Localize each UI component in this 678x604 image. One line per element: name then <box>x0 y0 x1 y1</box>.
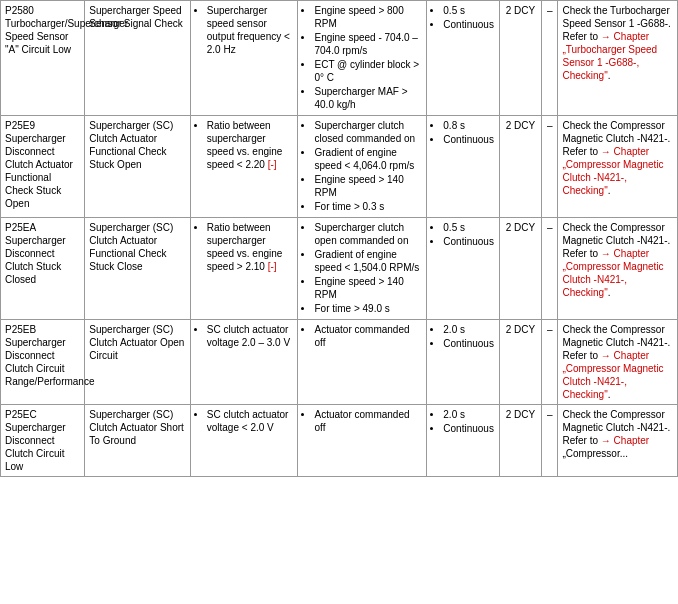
dtc-cell: P25EASupercharger Disconnect Clutch Stuc… <box>1 218 85 320</box>
dash-cell: – <box>542 1 558 116</box>
mil-cell: 0.5 sContinuous <box>427 1 500 116</box>
mil-cell: 0.5 sContinuous <box>427 218 500 320</box>
dash-cell: – <box>542 116 558 218</box>
mil-cell: 0.8 sContinuous <box>427 116 500 218</box>
dcy-cell: 2 DCY <box>499 218 541 320</box>
action-cell: Check the Compressor Magnetic Clutch -N4… <box>558 405 678 477</box>
dcy-cell: 2 DCY <box>499 116 541 218</box>
dtc-cell: P25EBSupercharger Disconnect Clutch Circ… <box>1 320 85 405</box>
action-cell: Check the Turbocharger Speed Sensor 1 -G… <box>558 1 678 116</box>
mil-cell: 2.0 sContinuous <box>427 320 500 405</box>
action-cell: Check the Compressor Magnetic Clutch -N4… <box>558 116 678 218</box>
dash-cell: – <box>542 405 558 477</box>
component-cell: Supercharger (SC) Clutch Actuator Open C… <box>85 320 190 405</box>
action-cell: Check the Compressor Magnetic Clutch -N4… <box>558 320 678 405</box>
component-cell: Supercharger (SC) Clutch Actuator Functi… <box>85 116 190 218</box>
conditions-cell: Ratio between supercharger speed vs. eng… <box>190 116 298 218</box>
component-cell: Supercharger Speed Sensor Signal Check <box>85 1 190 116</box>
component-cell: Supercharger (SC) Clutch Actuator Short … <box>85 405 190 477</box>
dcy-cell: 2 DCY <box>499 320 541 405</box>
trigger-cell: Actuator commanded off <box>298 405 427 477</box>
conditions-cell: Ratio between supercharger speed vs. eng… <box>190 218 298 320</box>
dash-cell: – <box>542 218 558 320</box>
dtc-cell: P25ECSupercharger Disconnect Clutch Circ… <box>1 405 85 477</box>
trigger-cell: Actuator commanded off <box>298 320 427 405</box>
dash-cell: – <box>542 320 558 405</box>
conditions-cell: SC clutch actuator voltage 2.0 – 3.0 V <box>190 320 298 405</box>
trigger-cell: Supercharger clutch closed commanded onG… <box>298 116 427 218</box>
action-cell: Check the Compressor Magnetic Clutch -N4… <box>558 218 678 320</box>
conditions-cell: SC clutch actuator voltage < 2.0 V <box>190 405 298 477</box>
trigger-cell: Supercharger clutch open commanded onGra… <box>298 218 427 320</box>
diagnostic-table: P2580Turbocharger/Supercharger Speed Sen… <box>0 0 678 477</box>
dcy-cell: 2 DCY <box>499 405 541 477</box>
mil-cell: 2.0 sContinuous <box>427 405 500 477</box>
component-cell: Supercharger (SC) Clutch Actuator Functi… <box>85 218 190 320</box>
dtc-cell: P25E9Supercharger Disconnect Clutch Actu… <box>1 116 85 218</box>
conditions-cell: Supercharger speed sensor output frequen… <box>190 1 298 116</box>
trigger-cell: Engine speed > 800 RPMEngine speed - 704… <box>298 1 427 116</box>
dtc-cell: P2580Turbocharger/Supercharger Speed Sen… <box>1 1 85 116</box>
dcy-cell: 2 DCY <box>499 1 541 116</box>
